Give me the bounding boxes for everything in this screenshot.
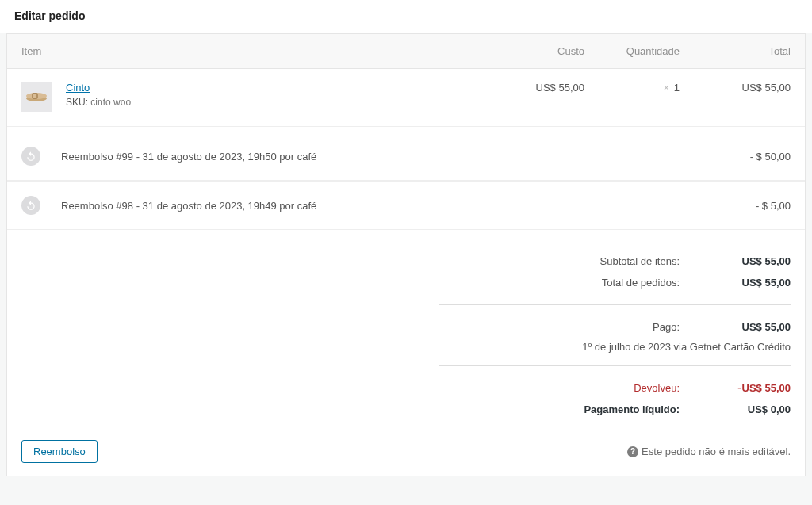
panel-footer: Reembolso ? Este pedido não é mais editá… bbox=[7, 427, 805, 476]
line-item-row: Cinto SKU: cinto woo US$ 55,00 × 1 US$ 5… bbox=[7, 69, 805, 127]
order-totals: Subtotal de itens: US$ 55,00 Total de pe… bbox=[7, 230, 805, 427]
net-value: US$ 0,00 bbox=[680, 404, 791, 415]
refund-row: Reembolso #98 - 31 de agosto de 2023, 19… bbox=[7, 181, 805, 230]
qty-value: 1 bbox=[674, 82, 680, 94]
subtotal-value: US$ 55,00 bbox=[680, 255, 791, 267]
refund-text: Reembolso #98 - 31 de agosto de 2023, 19… bbox=[61, 200, 680, 212]
header-cost: Custo bbox=[489, 45, 584, 57]
refund-amount: - $ 50,00 bbox=[680, 151, 791, 163]
items-table-header: Item Custo Quantidade Total bbox=[7, 34, 805, 69]
refund-desc: Reembolso #98 - 31 de agosto de 2023, 19… bbox=[61, 200, 297, 212]
refund-author-link[interactable]: café bbox=[297, 200, 317, 212]
line-item-main: Cinto SKU: cinto woo bbox=[66, 82, 489, 108]
net-label: Pagamento líquido: bbox=[439, 404, 680, 415]
orders-total-value: US$ 55,00 bbox=[680, 277, 791, 289]
header-total: Total bbox=[680, 45, 791, 57]
sku-label: SKU: bbox=[66, 97, 88, 108]
returned-value: -US$ 55,00 bbox=[680, 382, 791, 394]
not-editable-notice: ? Este pedido não é mais editável. bbox=[627, 446, 791, 457]
refund-author-link[interactable]: café bbox=[297, 151, 317, 163]
not-editable-text: Este pedido não é mais editável. bbox=[642, 446, 791, 457]
refund-text: Reembolso #99 - 31 de agosto de 2023, 19… bbox=[61, 151, 680, 163]
line-item-qty: × 1 bbox=[584, 82, 680, 94]
refund-icon bbox=[21, 196, 40, 215]
paid-method: 1º de julho de 2023 via Getnet Cartão Cr… bbox=[439, 338, 791, 354]
paid-label: Pago: bbox=[439, 321, 680, 333]
qty-prefix: × bbox=[664, 82, 670, 94]
subtotal-label: Subtotal de itens: bbox=[439, 255, 680, 267]
sku-value: cinto woo bbox=[90, 97, 131, 108]
page-title: Editar pedido bbox=[0, 0, 812, 33]
belt-icon bbox=[25, 90, 48, 103]
line-item-cost: US$ 55,00 bbox=[489, 82, 584, 94]
product-thumbnail[interactable] bbox=[21, 82, 52, 112]
header-item: Item bbox=[21, 45, 489, 57]
returned-amount: US$ 55,00 bbox=[742, 382, 791, 394]
order-items-panel: Item Custo Quantidade Total Cinto SKU: c… bbox=[6, 33, 806, 476]
refund-desc: Reembolso #99 - 31 de agosto de 2023, 19… bbox=[61, 151, 297, 163]
orders-total-label: Total de pedidos: bbox=[439, 277, 680, 289]
line-item-total: US$ 55,00 bbox=[680, 82, 791, 94]
product-name-link[interactable]: Cinto bbox=[66, 82, 90, 94]
product-sku: SKU: cinto woo bbox=[66, 97, 489, 108]
order-panel-wrap: Item Custo Quantidade Total Cinto SKU: c… bbox=[0, 33, 812, 483]
help-icon[interactable]: ? bbox=[627, 446, 638, 457]
refund-amount: - $ 5,00 bbox=[680, 200, 791, 212]
header-qty: Quantidade bbox=[584, 45, 680, 57]
paid-value: US$ 55,00 bbox=[680, 321, 791, 333]
returned-label: Devolveu: bbox=[439, 382, 680, 394]
refund-icon bbox=[21, 147, 40, 166]
refund-row: Reembolso #99 - 31 de agosto de 2023, 19… bbox=[7, 132, 805, 181]
refund-button[interactable]: Reembolso bbox=[21, 440, 98, 463]
returned-neg: - bbox=[737, 382, 741, 394]
